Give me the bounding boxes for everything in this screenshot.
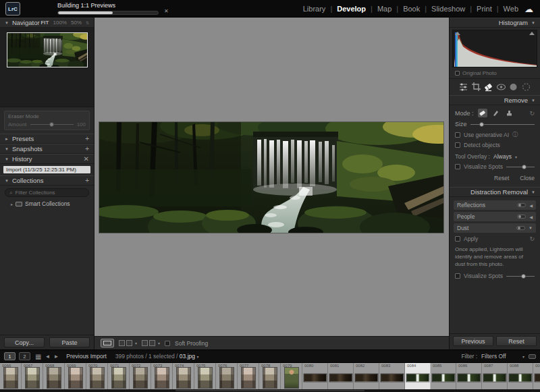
amount-slider[interactable] bbox=[30, 121, 74, 128]
red-eye-icon[interactable] bbox=[496, 82, 506, 92]
expand-left-icon[interactable]: ◀ bbox=[529, 203, 533, 208]
use-generative-ai-checkbox[interactable] bbox=[455, 132, 460, 138]
main-window-button[interactable]: 1 bbox=[4, 352, 16, 360]
chevron-down-icon[interactable]: ▾ bbox=[158, 341, 160, 345]
grid-view-icon[interactable]: ▦ bbox=[35, 353, 41, 360]
filmstrip-thumbnail-0078[interactable]: 0078 bbox=[259, 363, 281, 389]
size-slider[interactable] bbox=[470, 121, 535, 128]
zoom-fit[interactable]: FIT bbox=[40, 20, 49, 26]
people-toggle[interactable] bbox=[517, 215, 526, 219]
dust-visualize-spots-slider[interactable] bbox=[506, 273, 535, 279]
split-view-yy-icon[interactable] bbox=[149, 340, 155, 346]
remove-close-button[interactable]: Close bbox=[520, 175, 535, 181]
visualize-spots-checkbox[interactable] bbox=[455, 164, 460, 169]
histogram-header[interactable]: Histogram ▼ bbox=[450, 18, 540, 28]
filmstrip-thumbnail-0082[interactable]: 0082 bbox=[354, 363, 379, 389]
dust-toggle[interactable] bbox=[516, 226, 525, 230]
zoom-50[interactable]: 50% bbox=[71, 20, 82, 26]
collections-search-input[interactable]: ⌕ Filter Collections bbox=[5, 188, 89, 197]
before-after-right-icon[interactable] bbox=[126, 340, 132, 346]
distraction-row-dust[interactable]: Dust ▼ bbox=[454, 223, 536, 233]
filmstrip-thumbnail-0087[interactable]: 0087 bbox=[482, 363, 508, 389]
module-tab-develop[interactable]: Develop bbox=[337, 5, 366, 13]
remove-tool-icon[interactable] bbox=[483, 82, 493, 92]
shadow-clipping-icon[interactable] bbox=[455, 32, 460, 35]
filmstrip-status[interactable]: 399 photos / 1 selected / 03.jpg ▾ bbox=[115, 353, 199, 360]
filmstrip-thumbnail-0083[interactable]: 0083 bbox=[379, 363, 405, 389]
filter-switch-icon[interactable] bbox=[529, 354, 536, 359]
filmstrip-thumbnail-0069[interactable]: 0069 bbox=[65, 363, 86, 389]
reset-button[interactable]: Reset bbox=[496, 336, 537, 346]
distraction-removal-header[interactable]: Distraction Removal ▼ bbox=[450, 187, 540, 197]
reflections-toggle[interactable] bbox=[517, 203, 526, 207]
crop-icon[interactable] bbox=[471, 82, 481, 92]
filmstrip-thumbnail-0066[interactable]: 0066 bbox=[0, 363, 22, 389]
mode-heal-icon[interactable] bbox=[491, 109, 501, 117]
navigator-preview[interactable] bbox=[7, 32, 88, 67]
paste-button[interactable]: Paste bbox=[49, 337, 90, 347]
navigator-header[interactable]: ▼ Navigator FIT 100% 50% ⇅ bbox=[0, 18, 94, 28]
zoom-level-arrows-icon[interactable]: ⇅ bbox=[86, 20, 89, 25]
filmstrip-thumbnail-0075[interactable]: 0075 bbox=[194, 363, 216, 389]
collection-item-smart-collections[interactable]: ▸ Smart Collections bbox=[0, 198, 94, 209]
history-header[interactable]: ▼ History ✕ bbox=[0, 154, 94, 164]
filmstrip-thumbnail-0068[interactable]: 0068 bbox=[43, 363, 65, 389]
chevron-down-icon[interactable]: ▾ bbox=[135, 341, 137, 345]
before-after-left-icon[interactable] bbox=[119, 340, 125, 346]
copy-button[interactable]: Copy... bbox=[4, 337, 45, 347]
tool-overlay-value[interactable]: Always bbox=[493, 153, 512, 160]
filmstrip-scrollbar[interactable] bbox=[0, 389, 540, 392]
filmstrip-thumbnail-0080[interactable]: 0080 bbox=[302, 363, 328, 389]
progress-cancel-icon[interactable]: ✕ bbox=[164, 8, 169, 14]
filmstrip-thumbnail-0086[interactable]: 0086 bbox=[456, 363, 482, 389]
module-tab-web[interactable]: Web bbox=[504, 5, 518, 13]
filmstrip-thumbnail-0081[interactable]: 0081 bbox=[328, 363, 354, 389]
detect-objects-checkbox[interactable] bbox=[455, 142, 460, 148]
original-photo-row[interactable]: Original Photo bbox=[450, 69, 540, 78]
main-photo[interactable] bbox=[99, 122, 443, 233]
mode-remove-icon[interactable] bbox=[478, 109, 487, 117]
filmstrip-source[interactable]: Previous Import bbox=[66, 353, 107, 360]
snapshots-header[interactable]: ▼ Snapshots + bbox=[0, 144, 94, 154]
module-tab-print[interactable]: Print bbox=[477, 5, 492, 13]
dust-visualize-spots-checkbox[interactable] bbox=[455, 273, 460, 279]
filmstrip-thumbnail-0072[interactable]: 0072 bbox=[130, 363, 151, 389]
filter-dropdown[interactable]: Filters Off ▾ bbox=[481, 353, 524, 360]
refresh-icon[interactable]: ↻ bbox=[529, 110, 535, 117]
filmstrip-thumbnail-0071[interactable]: 0071 bbox=[108, 363, 130, 389]
second-window-button[interactable]: 2 bbox=[19, 352, 30, 360]
collections-header[interactable]: ▼ Collections + bbox=[0, 175, 94, 186]
cloud-sync-icon[interactable]: ☁ bbox=[524, 4, 533, 14]
disclosure-triangle-icon[interactable]: ▸ bbox=[11, 202, 13, 206]
visualize-spots-slider[interactable] bbox=[506, 164, 535, 170]
remove-reset-button[interactable]: Reset bbox=[494, 175, 509, 181]
filmstrip-thumbnail-0074[interactable]: 0074 bbox=[173, 363, 194, 389]
filmstrip-thumbnail-0076[interactable]: 0076 bbox=[216, 363, 238, 389]
info-icon[interactable]: ⓘ bbox=[512, 131, 518, 138]
filmstrip-thumbnail-0070[interactable]: 0070 bbox=[86, 363, 108, 389]
original-photo-checkbox[interactable] bbox=[455, 71, 460, 76]
history-item-import[interactable]: Import (11/3/25 12:25:31 PM) bbox=[3, 166, 90, 173]
presets-header[interactable]: ► Presets + bbox=[0, 134, 94, 144]
apply-checkbox[interactable] bbox=[455, 236, 460, 242]
filmstrip-thumbnail-0077[interactable]: 0077 bbox=[238, 363, 259, 389]
distraction-row-reflections[interactable]: Reflections ◀ bbox=[454, 200, 536, 210]
split-view-y-icon[interactable] bbox=[142, 340, 148, 346]
filmstrip-thumbnail-0084[interactable]: 0084 bbox=[405, 363, 431, 389]
lens-blur-icon[interactable] bbox=[521, 82, 531, 92]
module-tab-library[interactable]: Library bbox=[303, 5, 326, 13]
module-tab-map[interactable]: Map bbox=[377, 5, 392, 13]
mode-clone-icon[interactable] bbox=[505, 109, 514, 117]
filmstrip-thumbnail-0067[interactable]: 0067 bbox=[22, 363, 43, 389]
highlight-clipping-icon[interactable] bbox=[529, 32, 535, 35]
before-after-left-right-group[interactable]: ▾ bbox=[119, 340, 137, 346]
go-forward-icon[interactable]: ► bbox=[53, 354, 59, 360]
zoom-100[interactable]: 100% bbox=[53, 20, 66, 26]
filmstrip-thumbnail-0079[interactable]: 0079 bbox=[281, 363, 302, 389]
add-collection-icon[interactable]: + bbox=[85, 177, 89, 184]
module-tab-slideshow[interactable]: Slideshow bbox=[431, 5, 465, 13]
masking-icon[interactable] bbox=[508, 82, 518, 92]
go-back-icon[interactable]: ◄ bbox=[45, 354, 50, 360]
loupe-view-icon[interactable] bbox=[101, 339, 114, 347]
refresh-icon[interactable]: ↻ bbox=[529, 235, 535, 242]
